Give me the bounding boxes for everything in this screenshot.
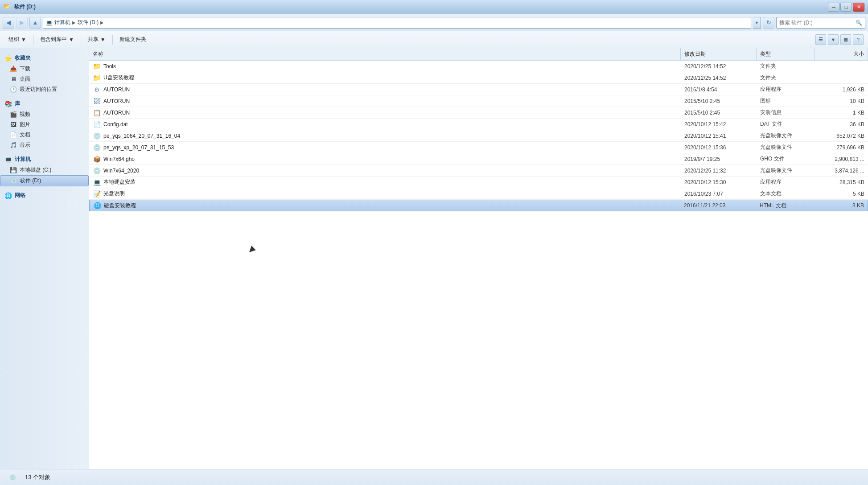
desktop-label: 桌面 — [20, 75, 30, 83]
path-arrow-1: ▶ — [72, 20, 76, 25]
sidebar-item-pictures[interactable]: 🖼 图片 — [0, 119, 89, 130]
sidebar-item-recent[interactable]: 🕐 最近访问的位置 — [0, 84, 89, 95]
table-row[interactable]: 🌐 硬盘安装教程 2016/11/21 22:03 HTML 文档 3 KB — [89, 200, 868, 211]
sidebar-section-library: 📚 库 🎬 视频 🖼 图片 📄 文档 🎵 音乐 — [0, 98, 89, 150]
file-date-9: 2020/12/25 11:32 — [681, 167, 757, 175]
file-icon-6: 💿 — [93, 132, 101, 140]
sidebar-item-videos[interactable]: 🎬 视频 — [0, 109, 89, 119]
file-date-6: 2020/10/12 15:41 — [681, 132, 757, 140]
documents-label: 文档 — [20, 131, 30, 139]
sidebar-section-favorites: ⭐ 收藏夹 📥 下载 🖥 桌面 🕐 最近访问的位置 — [0, 53, 89, 95]
maximize-button[interactable]: □ — [840, 3, 852, 12]
organize-label: 组织 — [8, 36, 19, 43]
status-bar: 💿 13 个对象 — [0, 469, 868, 485]
file-type-4: 安装信息 — [757, 108, 815, 117]
file-name-11: 光盘说明 — [103, 190, 125, 197]
organize-button[interactable]: 组织 ▼ — [4, 33, 30, 45]
file-date-3: 2015/5/10 2:45 — [681, 97, 757, 105]
address-dropdown[interactable]: ▼ — [753, 17, 761, 29]
file-list-header: 名称 修改日期 类型 大小 — [89, 48, 868, 61]
file-size-1 — [815, 77, 868, 79]
file-size-4: 1 KB — [815, 109, 868, 117]
toolbar-separator-3 — [112, 35, 113, 45]
include-library-button[interactable]: 包含到库中 ▼ — [36, 33, 78, 45]
preview-pane-button[interactable]: ▦ — [840, 34, 851, 45]
file-type-3: 图标 — [757, 96, 815, 106]
file-size-12: 3 KB — [814, 201, 868, 210]
refresh-button[interactable]: ↻ — [763, 17, 774, 29]
window-title: 软件 (D:) — [14, 3, 36, 11]
table-row[interactable]: ⚙ AUTORUN 2016/1/8 4:54 应用程序 1,926 KB — [89, 84, 868, 95]
col-header-size[interactable]: 大小 — [815, 48, 868, 60]
table-row[interactable]: 📋 AUTORUN 2015/5/10 2:45 安装信息 1 KB — [89, 107, 868, 119]
file-date-5: 2020/10/12 15:42 — [681, 120, 757, 128]
up-button[interactable]: ▲ — [29, 17, 41, 29]
sidebar-item-downloads[interactable]: 📥 下载 — [0, 64, 89, 74]
table-row[interactable]: 📝 光盘说明 2016/10/23 7:07 文本文档 5 KB — [89, 188, 868, 200]
view-dropdown-button[interactable]: ▼ — [828, 34, 839, 45]
table-row[interactable]: 📦 Win7x64.gho 2019/9/7 19:25 GHO 文件 2,90… — [89, 153, 868, 165]
downloads-icon: 📥 — [10, 66, 17, 72]
table-row[interactable]: 🖼 AUTORUN 2015/5/10 2:45 图标 10 KB — [89, 95, 868, 107]
favorites-icon: ⭐ — [4, 55, 12, 62]
sidebar-item-music[interactable]: 🎵 音乐 — [0, 140, 89, 150]
col-header-type[interactable]: 类型 — [757, 48, 815, 60]
col-header-modified[interactable]: 修改日期 — [681, 48, 757, 60]
file-size-10: 28,315 KB — [815, 178, 868, 186]
table-row[interactable]: 💿 Win7x64_2020 2020/12/25 11:32 光盘映像文件 3… — [89, 165, 868, 177]
sidebar-header-network[interactable]: 🌐 网络 — [0, 190, 89, 201]
close-button[interactable]: ✕ — [853, 3, 864, 12]
sidebar: ⭐ 收藏夹 📥 下载 🖥 桌面 🕐 最近访问的位置 📚 库 — [0, 48, 89, 469]
file-type-8: GHO 文件 — [757, 154, 815, 164]
sidebar-item-desktop[interactable]: 🖥 桌面 — [0, 74, 89, 84]
main-layout: ⭐ 收藏夹 📥 下载 🖥 桌面 🕐 最近访问的位置 📚 库 — [0, 48, 868, 469]
table-row[interactable]: 💻 本地硬盘安装 2020/10/12 15:30 应用程序 28,315 KB — [89, 177, 868, 188]
file-type-0: 文件夹 — [757, 62, 815, 71]
file-type-1: 文件夹 — [757, 73, 815, 82]
help-button[interactable]: ? — [853, 34, 864, 45]
drive-c-icon: 💾 — [10, 167, 17, 173]
sidebar-item-drive-d[interactable]: 💿 软件 (D:) — [0, 175, 89, 186]
file-name-3: AUTORUN — [103, 98, 130, 104]
path-drive[interactable]: 软件 (D:) — [78, 19, 99, 26]
file-name-5: Config.dat — [103, 121, 128, 127]
sidebar-item-documents[interactable]: 📄 文档 — [0, 130, 89, 140]
table-row[interactable]: 💿 pe_yqs_1064_20_07_31_16_04 2020/10/12 … — [89, 130, 868, 142]
new-folder-button[interactable]: 新建文件夹 — [115, 33, 150, 45]
table-row[interactable]: 📄 Config.dat 2020/10/12 15:42 DAT 文件 36 … — [89, 119, 868, 130]
title-bar-left: 📂 软件 (D:) — [4, 3, 36, 11]
sidebar-header-library[interactable]: 📚 库 — [0, 98, 89, 109]
include-library-arrow: ▼ — [69, 37, 74, 43]
sidebar-section-network: 🌐 网络 — [0, 190, 89, 201]
file-name-6: pe_yqs_1064_20_07_31_16_04 — [103, 133, 180, 139]
view-button[interactable]: ☰ — [815, 34, 826, 45]
status-icon: 💿 — [4, 471, 21, 484]
file-date-4: 2015/5/10 2:45 — [681, 109, 757, 117]
music-icon: 🎵 — [10, 142, 17, 148]
sidebar-item-drive-c[interactable]: 💾 本地磁盘 (C:) — [0, 165, 89, 175]
back-button[interactable]: ◀ — [3, 17, 14, 29]
sidebar-header-computer[interactable]: 💻 计算机 — [0, 154, 89, 165]
sidebar-header-favorites[interactable]: ⭐ 收藏夹 — [0, 53, 89, 64]
share-button[interactable]: 共享 ▼ — [84, 33, 110, 45]
path-computer[interactable]: 计算机 — [54, 19, 70, 26]
favorites-label: 收藏夹 — [15, 54, 31, 62]
library-label: 库 — [15, 100, 20, 107]
file-icon-11: 📝 — [93, 190, 101, 198]
pictures-label: 图片 — [20, 121, 30, 128]
forward-button[interactable]: ▶ — [16, 17, 28, 29]
file-type-11: 文本文档 — [757, 189, 815, 198]
minimize-button[interactable]: ─ — [828, 3, 839, 12]
col-header-name[interactable]: 名称 — [89, 48, 681, 60]
documents-icon: 📄 — [10, 132, 17, 138]
file-size-0 — [815, 66, 868, 67]
file-date-12: 2016/11/21 22:03 — [680, 201, 756, 210]
table-row[interactable]: 📁 Tools 2020/12/25 14:52 文件夹 — [89, 61, 868, 72]
search-input[interactable] — [779, 20, 854, 26]
search-icon: 🔍 — [856, 20, 862, 26]
file-area: 名称 修改日期 类型 大小 📁 Tools 2020/12/25 14:52 文… — [89, 48, 868, 469]
file-date-0: 2020/12/25 14:52 — [681, 62, 757, 70]
table-row[interactable]: 💿 pe_yqs_xp_20_07_31_15_53 2020/10/12 15… — [89, 142, 868, 153]
pictures-icon: 🖼 — [10, 121, 17, 128]
table-row[interactable]: 📁 U盘安装教程 2020/12/25 14:52 文件夹 — [89, 72, 868, 84]
